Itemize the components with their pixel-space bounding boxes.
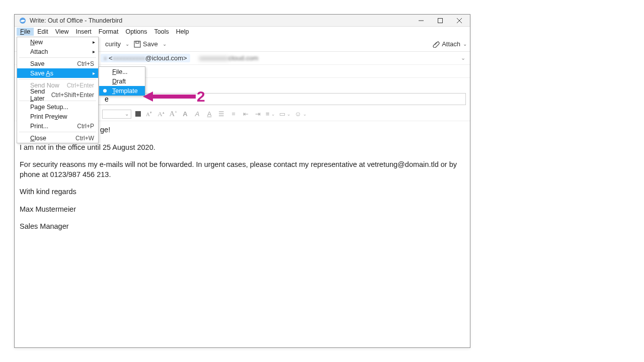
menu-item-attach[interactable]: Attach▸ [17, 47, 98, 56]
body-line-0: ge! [100, 125, 465, 135]
menu-file[interactable]: File [17, 28, 34, 36]
file-menu: New▸ Attach▸ SaveCtrl+S Save As▸ Send No… [17, 37, 99, 143]
window-controls [412, 15, 469, 27]
menu-view[interactable]: View [52, 28, 72, 36]
body-line-3: With kind regards [20, 187, 465, 197]
svg-rect-6 [136, 41, 139, 43]
menu-options[interactable]: Options [122, 28, 150, 36]
title-bar: Write: Out of Office - Thunderbird [15, 15, 470, 27]
save-chevron-icon[interactable]: ⌄ [163, 41, 167, 47]
reset-font-icon[interactable]: A× [169, 110, 177, 118]
menu-item-close[interactable]: CloseCtrl+W [17, 133, 98, 143]
attach-chevron-icon[interactable]: ⌄ [463, 41, 467, 47]
italic-icon[interactable]: A [193, 110, 201, 118]
thunderbird-icon [19, 17, 27, 25]
from-address-pill[interactable]: x <xxxxxxxxxx@icloud.com> [101, 54, 190, 62]
menu-item-page-setup[interactable]: Page Setup... [17, 102, 98, 112]
menu-format[interactable]: Format [95, 28, 122, 36]
font-size-dropdown[interactable]: ⌄ [102, 110, 131, 119]
underline-icon[interactable]: A [205, 110, 213, 118]
window-title: Write: Out of Office - Thunderbird [30, 17, 412, 24]
menu-item-save[interactable]: SaveCtrl+S [17, 59, 98, 68]
menu-bar: File Edit View Insert Format Options Too… [15, 27, 470, 37]
paperclip-icon [433, 41, 440, 48]
body-line-2: For security reasons my e-mails will not… [20, 160, 465, 179]
align-dropdown[interactable]: ≡⌄ [266, 110, 275, 118]
numbered-list-icon[interactable]: ≡ [229, 110, 237, 118]
insert-image-dropdown[interactable]: ▭⌄ [279, 110, 291, 118]
decrease-font-icon[interactable]: A▾ [145, 111, 153, 117]
body-line-1: I am not in the office until 25 August 2… [20, 143, 465, 153]
security-button[interactable]: curity [103, 39, 123, 49]
text-color-swatch[interactable] [135, 111, 141, 117]
menu-item-send-later[interactable]: Send LaterCtrl+Shift+Enter [17, 90, 98, 100]
submenu-item-template[interactable]: Template [99, 86, 145, 96]
menu-insert[interactable]: Insert [72, 28, 95, 36]
compose-window: Write: Out of Office - Thunderbird File … [14, 14, 470, 348]
close-button[interactable] [450, 15, 469, 27]
annotation-number: 2 [197, 88, 205, 105]
menu-item-print-preview[interactable]: Print Preview [17, 112, 98, 121]
message-body[interactable]: ge! I am not in the office until 25 Augu… [15, 121, 470, 340]
svg-rect-5 [134, 41, 140, 47]
from-chevron-icon[interactable]: ⌄ [461, 55, 467, 61]
body-line-4: Max Mustermeier [20, 205, 465, 215]
menu-item-print[interactable]: Print...Ctrl+P [17, 121, 98, 131]
menu-edit[interactable]: Edit [34, 28, 52, 36]
security-chevron-icon[interactable]: ⌄ [125, 41, 129, 47]
increase-font-icon[interactable]: A▴ [157, 110, 165, 118]
submenu-item-file[interactable]: File... [99, 67, 145, 76]
minimize-button[interactable] [412, 15, 431, 27]
from-extra-blur: xxxxxxxxxcloud.com [199, 54, 259, 62]
bullet-list-icon[interactable]: ☰ [217, 110, 225, 118]
submenu-item-draft[interactable]: Draft [99, 76, 145, 86]
body-line-5: Sales Manager [20, 222, 465, 232]
maximize-button[interactable] [431, 15, 450, 27]
save-button[interactable]: Save [131, 39, 160, 49]
outdent-icon[interactable]: ⇤ [242, 110, 250, 118]
security-label-tail: curity [105, 40, 121, 48]
svg-marker-8 [143, 92, 153, 102]
svg-rect-2 [438, 18, 443, 23]
indent-icon[interactable]: ⇥ [254, 110, 262, 118]
save-as-submenu: File... Draft Template [99, 66, 145, 96]
bold-icon[interactable]: A [181, 110, 189, 118]
attach-button[interactable]: Attach [430, 39, 463, 49]
save-icon [134, 41, 141, 48]
save-button-label: Save [143, 40, 158, 48]
menu-item-send-now[interactable]: Send NowCtrl+Enter [17, 80, 98, 90]
menu-help[interactable]: Help [173, 28, 193, 36]
attach-label: Attach [442, 40, 460, 48]
menu-item-new[interactable]: New▸ [17, 37, 98, 47]
menu-tools[interactable]: Tools [151, 28, 173, 36]
menu-item-save-as[interactable]: Save As▸ [17, 68, 98, 78]
emoji-dropdown[interactable]: ☺⌄ [295, 110, 307, 118]
annotation-arrow: 2 [143, 88, 205, 105]
